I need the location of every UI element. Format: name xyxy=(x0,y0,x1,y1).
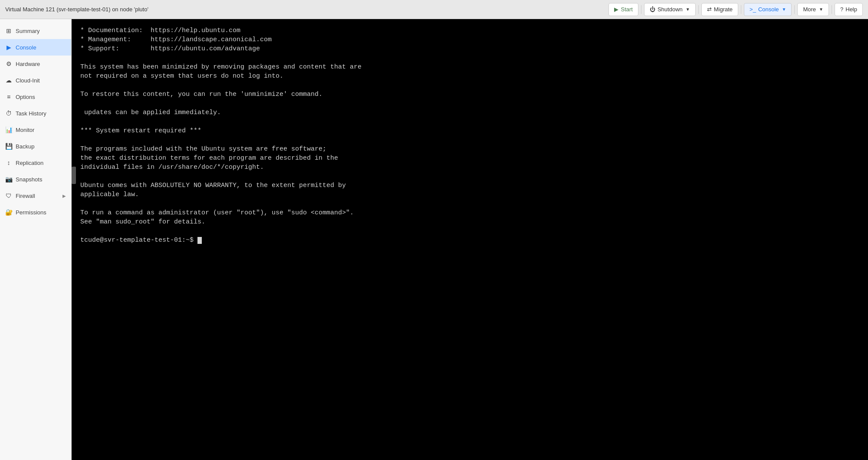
sidebar-item-permissions[interactable]: 🔐Permissions xyxy=(0,204,71,220)
console-scrollbar-handle[interactable] xyxy=(72,167,76,184)
replication-icon: ↕ xyxy=(5,159,12,166)
console-dropdown-arrow: ▼ xyxy=(782,7,786,12)
options-label: Options xyxy=(16,94,35,100)
console-icon: ▶ xyxy=(5,44,12,51)
help-icon: ? xyxy=(840,6,843,13)
titlebar: Virtual Machine 121 (svr-template-test-0… xyxy=(0,0,868,19)
permissions-icon: 🔐 xyxy=(5,209,12,216)
shutdown-button[interactable]: ⏻ Shutdown ▼ xyxy=(644,3,696,16)
task-history-label: Task History xyxy=(16,110,46,117)
sidebar-item-cloud-init[interactable]: ☁Cloud-Init xyxy=(0,72,71,89)
sidebar: ⊞Summary▶Console⚙Hardware☁Cloud-Init≡Opt… xyxy=(0,19,72,460)
options-icon: ≡ xyxy=(5,93,12,100)
separator4 xyxy=(794,5,795,14)
start-icon: ▶ xyxy=(614,6,618,13)
backup-icon: 💾 xyxy=(5,143,12,150)
sidebar-item-summary[interactable]: ⊞Summary xyxy=(0,23,71,39)
hardware-label: Hardware xyxy=(16,61,40,67)
titlebar-actions: ▶ Start ⏻ Shutdown ▼ ⇄ Migrate >_ Consol… xyxy=(608,3,863,16)
titlebar-title: Virtual Machine 121 (svr-template-test-0… xyxy=(5,6,148,13)
replication-label: Replication xyxy=(16,160,43,166)
firewall-icon: 🛡 xyxy=(5,192,12,199)
sidebar-item-replication[interactable]: ↕Replication xyxy=(0,154,71,171)
summary-label: Summary xyxy=(16,28,40,34)
permissions-label: Permissions xyxy=(16,209,46,216)
more-button[interactable]: More ▼ xyxy=(797,3,829,16)
shutdown-dropdown-arrow: ▼ xyxy=(686,7,690,12)
separator3 xyxy=(741,5,741,14)
migrate-icon: ⇄ xyxy=(707,6,712,13)
more-dropdown-arrow: ▼ xyxy=(819,7,823,12)
firewall-arrow: ▶ xyxy=(62,194,66,198)
console-area[interactable]: * Documentation: https://help.ubuntu.com… xyxy=(72,19,868,460)
cloud-init-icon: ☁ xyxy=(5,77,12,84)
console-label: Console xyxy=(16,44,36,51)
sidebar-item-hardware[interactable]: ⚙Hardware xyxy=(0,56,71,72)
cloud-init-label: Cloud-Init xyxy=(16,77,40,84)
sidebar-item-console[interactable]: ▶Console xyxy=(0,39,71,56)
sidebar-item-monitor[interactable]: 📊Monitor xyxy=(0,122,71,138)
summary-icon: ⊞ xyxy=(5,27,12,34)
monitor-icon: 📊 xyxy=(5,126,12,133)
separator5 xyxy=(832,5,832,14)
backup-label: Backup xyxy=(16,143,34,150)
main-area: ⊞Summary▶Console⚙Hardware☁Cloud-Init≡Opt… xyxy=(0,19,868,460)
sidebar-item-snapshots[interactable]: 📷Snapshots xyxy=(0,171,71,187)
sidebar-item-options[interactable]: ≡Options xyxy=(0,89,71,105)
separator xyxy=(641,5,641,14)
sidebar-item-backup[interactable]: 💾Backup xyxy=(0,138,71,154)
start-button[interactable]: ▶ Start xyxy=(608,3,638,16)
task-history-icon: ⏱ xyxy=(5,110,12,117)
firewall-label: Firewall xyxy=(16,193,35,199)
sidebar-item-task-history[interactable]: ⏱Task History xyxy=(0,105,71,122)
separator2 xyxy=(698,5,699,14)
migrate-button[interactable]: ⇄ Migrate xyxy=(701,3,738,16)
help-button[interactable]: ? Help xyxy=(835,3,863,16)
console-icon: >_ xyxy=(750,6,756,13)
snapshots-icon: 📷 xyxy=(5,176,12,183)
hardware-icon: ⚙ xyxy=(5,60,12,67)
console-output: * Documentation: https://help.ubuntu.com… xyxy=(72,19,868,460)
snapshots-label: Snapshots xyxy=(16,176,42,183)
sidebar-item-firewall[interactable]: 🛡Firewall▶ xyxy=(0,187,71,204)
shutdown-icon: ⏻ xyxy=(650,6,655,13)
monitor-label: Monitor xyxy=(16,127,34,133)
console-button[interactable]: >_ Console ▼ xyxy=(744,3,792,16)
